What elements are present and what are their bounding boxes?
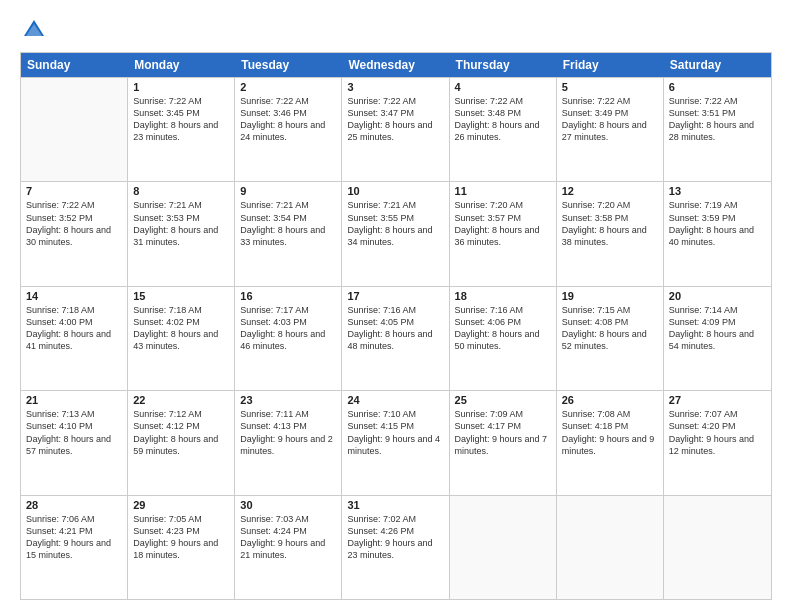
day-number: 8: [133, 185, 229, 197]
day-number: 15: [133, 290, 229, 302]
cell-info: Sunrise: 7:22 AMSunset: 3:45 PMDaylight:…: [133, 95, 229, 144]
calendar-cell: 18Sunrise: 7:16 AMSunset: 4:06 PMDayligh…: [450, 287, 557, 390]
calendar-cell: 15Sunrise: 7:18 AMSunset: 4:02 PMDayligh…: [128, 287, 235, 390]
day-number: 25: [455, 394, 551, 406]
cell-info: Sunrise: 7:18 AMSunset: 4:00 PMDaylight:…: [26, 304, 122, 353]
cell-info: Sunrise: 7:14 AMSunset: 4:09 PMDaylight:…: [669, 304, 766, 353]
calendar-cell: 3Sunrise: 7:22 AMSunset: 3:47 PMDaylight…: [342, 78, 449, 181]
day-number: 26: [562, 394, 658, 406]
cell-info: Sunrise: 7:18 AMSunset: 4:02 PMDaylight:…: [133, 304, 229, 353]
calendar-row: 7Sunrise: 7:22 AMSunset: 3:52 PMDaylight…: [21, 181, 771, 285]
day-number: 14: [26, 290, 122, 302]
day-number: 10: [347, 185, 443, 197]
day-number: 17: [347, 290, 443, 302]
calendar-cell: 1Sunrise: 7:22 AMSunset: 3:45 PMDaylight…: [128, 78, 235, 181]
day-number: 9: [240, 185, 336, 197]
day-number: 20: [669, 290, 766, 302]
header-cell-sunday: Sunday: [21, 53, 128, 77]
day-number: 31: [347, 499, 443, 511]
cell-info: Sunrise: 7:15 AMSunset: 4:08 PMDaylight:…: [562, 304, 658, 353]
calendar-cell: 2Sunrise: 7:22 AMSunset: 3:46 PMDaylight…: [235, 78, 342, 181]
cell-info: Sunrise: 7:22 AMSunset: 3:48 PMDaylight:…: [455, 95, 551, 144]
cell-info: Sunrise: 7:07 AMSunset: 4:20 PMDaylight:…: [669, 408, 766, 457]
cell-info: Sunrise: 7:02 AMSunset: 4:26 PMDaylight:…: [347, 513, 443, 562]
calendar-cell: [557, 496, 664, 599]
calendar-cell: 13Sunrise: 7:19 AMSunset: 3:59 PMDayligh…: [664, 182, 771, 285]
calendar-cell: [450, 496, 557, 599]
calendar-cell: 5Sunrise: 7:22 AMSunset: 3:49 PMDaylight…: [557, 78, 664, 181]
calendar-body: 1Sunrise: 7:22 AMSunset: 3:45 PMDaylight…: [21, 77, 771, 599]
day-number: 3: [347, 81, 443, 93]
day-number: 18: [455, 290, 551, 302]
cell-info: Sunrise: 7:06 AMSunset: 4:21 PMDaylight:…: [26, 513, 122, 562]
page: SundayMondayTuesdayWednesdayThursdayFrid…: [0, 0, 792, 612]
calendar-cell: 25Sunrise: 7:09 AMSunset: 4:17 PMDayligh…: [450, 391, 557, 494]
calendar-cell: 14Sunrise: 7:18 AMSunset: 4:00 PMDayligh…: [21, 287, 128, 390]
calendar-cell: 19Sunrise: 7:15 AMSunset: 4:08 PMDayligh…: [557, 287, 664, 390]
cell-info: Sunrise: 7:22 AMSunset: 3:49 PMDaylight:…: [562, 95, 658, 144]
calendar: SundayMondayTuesdayWednesdayThursdayFrid…: [20, 52, 772, 600]
calendar-row: 21Sunrise: 7:13 AMSunset: 4:10 PMDayligh…: [21, 390, 771, 494]
cell-info: Sunrise: 7:20 AMSunset: 3:58 PMDaylight:…: [562, 199, 658, 248]
calendar-cell: 29Sunrise: 7:05 AMSunset: 4:23 PMDayligh…: [128, 496, 235, 599]
calendar-cell: 6Sunrise: 7:22 AMSunset: 3:51 PMDaylight…: [664, 78, 771, 181]
calendar-cell: 11Sunrise: 7:20 AMSunset: 3:57 PMDayligh…: [450, 182, 557, 285]
calendar-cell: 8Sunrise: 7:21 AMSunset: 3:53 PMDaylight…: [128, 182, 235, 285]
day-number: 21: [26, 394, 122, 406]
cell-info: Sunrise: 7:19 AMSunset: 3:59 PMDaylight:…: [669, 199, 766, 248]
calendar-cell: 10Sunrise: 7:21 AMSunset: 3:55 PMDayligh…: [342, 182, 449, 285]
cell-info: Sunrise: 7:21 AMSunset: 3:53 PMDaylight:…: [133, 199, 229, 248]
day-number: 1: [133, 81, 229, 93]
logo-icon: [20, 16, 48, 44]
calendar-cell: 28Sunrise: 7:06 AMSunset: 4:21 PMDayligh…: [21, 496, 128, 599]
cell-info: Sunrise: 7:22 AMSunset: 3:51 PMDaylight:…: [669, 95, 766, 144]
cell-info: Sunrise: 7:08 AMSunset: 4:18 PMDaylight:…: [562, 408, 658, 457]
header-cell-monday: Monday: [128, 53, 235, 77]
day-number: 12: [562, 185, 658, 197]
day-number: 5: [562, 81, 658, 93]
day-number: 22: [133, 394, 229, 406]
day-number: 6: [669, 81, 766, 93]
header-cell-thursday: Thursday: [450, 53, 557, 77]
cell-info: Sunrise: 7:03 AMSunset: 4:24 PMDaylight:…: [240, 513, 336, 562]
calendar-cell: 20Sunrise: 7:14 AMSunset: 4:09 PMDayligh…: [664, 287, 771, 390]
day-number: 16: [240, 290, 336, 302]
cell-info: Sunrise: 7:05 AMSunset: 4:23 PMDaylight:…: [133, 513, 229, 562]
calendar-row: 28Sunrise: 7:06 AMSunset: 4:21 PMDayligh…: [21, 495, 771, 599]
day-number: 29: [133, 499, 229, 511]
cell-info: Sunrise: 7:21 AMSunset: 3:55 PMDaylight:…: [347, 199, 443, 248]
calendar-cell: 30Sunrise: 7:03 AMSunset: 4:24 PMDayligh…: [235, 496, 342, 599]
day-number: 24: [347, 394, 443, 406]
calendar-cell: 22Sunrise: 7:12 AMSunset: 4:12 PMDayligh…: [128, 391, 235, 494]
calendar-cell: 7Sunrise: 7:22 AMSunset: 3:52 PMDaylight…: [21, 182, 128, 285]
calendar-cell: 31Sunrise: 7:02 AMSunset: 4:26 PMDayligh…: [342, 496, 449, 599]
calendar-cell: 17Sunrise: 7:16 AMSunset: 4:05 PMDayligh…: [342, 287, 449, 390]
cell-info: Sunrise: 7:16 AMSunset: 4:06 PMDaylight:…: [455, 304, 551, 353]
cell-info: Sunrise: 7:11 AMSunset: 4:13 PMDaylight:…: [240, 408, 336, 457]
calendar-cell: 12Sunrise: 7:20 AMSunset: 3:58 PMDayligh…: [557, 182, 664, 285]
calendar-cell: [664, 496, 771, 599]
cell-info: Sunrise: 7:17 AMSunset: 4:03 PMDaylight:…: [240, 304, 336, 353]
day-number: 4: [455, 81, 551, 93]
logo: [20, 16, 52, 44]
day-number: 11: [455, 185, 551, 197]
day-number: 7: [26, 185, 122, 197]
cell-info: Sunrise: 7:22 AMSunset: 3:46 PMDaylight:…: [240, 95, 336, 144]
cell-info: Sunrise: 7:16 AMSunset: 4:05 PMDaylight:…: [347, 304, 443, 353]
header-cell-tuesday: Tuesday: [235, 53, 342, 77]
calendar-cell: 4Sunrise: 7:22 AMSunset: 3:48 PMDaylight…: [450, 78, 557, 181]
cell-info: Sunrise: 7:12 AMSunset: 4:12 PMDaylight:…: [133, 408, 229, 457]
header: [20, 16, 772, 44]
day-number: 19: [562, 290, 658, 302]
day-number: 27: [669, 394, 766, 406]
header-cell-wednesday: Wednesday: [342, 53, 449, 77]
calendar-cell: 21Sunrise: 7:13 AMSunset: 4:10 PMDayligh…: [21, 391, 128, 494]
calendar-cell: [21, 78, 128, 181]
day-number: 23: [240, 394, 336, 406]
header-cell-saturday: Saturday: [664, 53, 771, 77]
day-number: 2: [240, 81, 336, 93]
calendar-cell: 24Sunrise: 7:10 AMSunset: 4:15 PMDayligh…: [342, 391, 449, 494]
calendar-cell: 26Sunrise: 7:08 AMSunset: 4:18 PMDayligh…: [557, 391, 664, 494]
calendar-cell: 27Sunrise: 7:07 AMSunset: 4:20 PMDayligh…: [664, 391, 771, 494]
day-number: 28: [26, 499, 122, 511]
